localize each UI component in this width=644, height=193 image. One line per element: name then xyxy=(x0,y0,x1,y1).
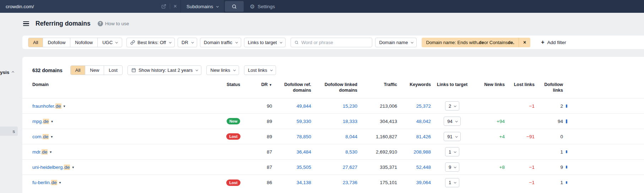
calendar-icon xyxy=(131,68,136,73)
tab-status-all[interactable]: All xyxy=(71,66,85,75)
search-submit-button[interactable] xyxy=(225,1,244,12)
links-to-target-cell: 1 xyxy=(431,147,473,156)
dofollow-ref-domains-link[interactable]: 49,844 xyxy=(272,103,311,109)
domain-expand-icon[interactable]: ▾ xyxy=(51,135,53,139)
settings-button[interactable]: ⚙ Settings xyxy=(250,0,275,13)
domain-expand-icon[interactable]: ▾ xyxy=(72,165,74,169)
column-header-links-to-target[interactable]: Links to target xyxy=(431,82,473,88)
keywords-link[interactable]: 48,042 xyxy=(397,119,431,124)
column-header-dofollow-links[interactable]: Dofollow links xyxy=(535,82,563,93)
open-external-icon[interactable] xyxy=(158,4,170,9)
links-to-target-cell: 2 xyxy=(431,101,473,111)
column-header-keywords[interactable]: Keywords xyxy=(397,82,431,88)
dr-cell: 89 xyxy=(249,119,272,124)
column-header-domain[interactable]: Domain xyxy=(32,82,217,88)
domain-expand-icon[interactable]: ▾ xyxy=(51,119,53,123)
site-explorer-topbar: crowdin.com/ × Subdomains ⚙ Settings xyxy=(0,0,644,13)
links-to-target-filter-dropdown[interactable]: Links to target xyxy=(244,38,286,47)
domain-cell: fraunhofer.de ▾ xyxy=(32,103,217,109)
dr-filter-dropdown[interactable]: DR xyxy=(178,38,197,47)
how-to-use-link[interactable]: ? How to use xyxy=(98,21,129,26)
links-to-target-select[interactable]: 94 xyxy=(444,117,460,126)
domain-cell: uni-heidelberg.de ▾ xyxy=(32,165,217,170)
domain-link[interactable]: uni-heidelberg.de xyxy=(32,165,70,170)
links-to-target-cell: 1 xyxy=(431,178,473,187)
keywords-link[interactable]: 25,372 xyxy=(397,103,431,109)
domain-expand-icon[interactable]: ▾ xyxy=(64,104,65,108)
tab-ugc[interactable]: UGC xyxy=(98,38,122,47)
domain-link[interactable]: fraunhofer.de xyxy=(32,103,61,109)
links-to-target-select[interactable]: 91 xyxy=(444,132,460,141)
new-links-cell: +94 xyxy=(473,119,505,124)
dofollow-linked-domains-link[interactable]: 23,736 xyxy=(311,180,357,185)
keywords-link[interactable]: 208,988 xyxy=(397,149,431,155)
column-header-new-links[interactable]: New links xyxy=(473,82,505,88)
new-links-cell: +4 xyxy=(473,134,505,139)
dofollow-linked-domains-link[interactable]: 8,044 xyxy=(311,134,357,139)
column-header-dr[interactable]: DR ▼ xyxy=(249,82,272,88)
domain-name-filter-dropdown[interactable]: Domain name xyxy=(375,38,417,47)
dofollow-links-cell: 9 xyxy=(535,165,563,170)
dofollow-linked-domains-link[interactable]: 18,333 xyxy=(311,119,357,124)
dofollow-links-cell: 2 xyxy=(535,103,563,109)
dofollow-linked-domains-link[interactable]: 27,627 xyxy=(311,165,357,170)
lost-links-dropdown[interactable]: Lost links xyxy=(244,65,276,75)
dofollow-linked-domains-link[interactable]: 8,530 xyxy=(311,149,357,155)
domain-expand-icon[interactable]: ▾ xyxy=(59,181,61,184)
dofollow-ref-domains-link[interactable]: 78,850 xyxy=(272,134,311,139)
show-history-dropdown[interactable]: Show history: Last 2 years xyxy=(128,65,201,75)
target-mode-dropdown[interactable]: Subdomains xyxy=(180,0,224,13)
column-header-traffic[interactable]: Traffic xyxy=(357,82,397,88)
dofollow-links-bar xyxy=(566,181,567,184)
status-badge: Lost xyxy=(226,133,240,140)
domain-traffic-filter-dropdown[interactable]: Domain traffic xyxy=(200,38,241,47)
target-url-input[interactable]: crowdin.com/ xyxy=(0,4,158,9)
sidebar-item-fragment[interactable]: s xyxy=(0,127,18,136)
dofollow-links-bar xyxy=(566,119,567,123)
column-header-dofollow-linked[interactable]: Dofollow linked domains xyxy=(311,82,357,93)
column-header-dofollow-ref[interactable]: Dofollow ref. domains xyxy=(272,82,311,93)
table-row: fraunhofer.de ▾ 90 49,844 15,230 213,006… xyxy=(22,98,644,114)
links-to-target-select[interactable]: 1 xyxy=(445,178,459,187)
domain-link[interactable]: mpg.de xyxy=(32,119,49,124)
dofollow-links-bar xyxy=(566,166,567,168)
dofollow-ref-domains-link[interactable]: 36,484 xyxy=(272,149,311,155)
column-header-status[interactable]: Status xyxy=(217,82,249,88)
domain-link[interactable]: mdr.de xyxy=(32,149,48,155)
links-to-target-select[interactable]: 9 xyxy=(445,162,459,172)
tab-status-new[interactable]: New xyxy=(85,66,104,75)
tab-nofollow[interactable]: Nofollow xyxy=(70,38,98,47)
menu-icon[interactable] xyxy=(22,20,30,27)
new-links-dropdown[interactable]: New links xyxy=(206,65,239,75)
dofollow-linked-domains-link[interactable]: 15,230 xyxy=(311,103,357,109)
keywords-link[interactable]: 52,448 xyxy=(397,165,431,170)
keywords-link[interactable]: 81,426 xyxy=(397,134,431,139)
domain-cell: mpg.de ▾ xyxy=(32,119,217,124)
links-to-target-select[interactable]: 1 xyxy=(445,147,459,156)
status-cell: Lost xyxy=(217,179,249,186)
best-links-button[interactable]: Best links: Off xyxy=(126,38,175,47)
add-filter-label: Add filter xyxy=(547,40,566,45)
active-filter-text: Domain name: Ends with .de or Contains d… xyxy=(422,38,519,47)
add-filter-button[interactable]: + Add filter xyxy=(541,39,566,45)
domain-link[interactable]: fu-berlin.de xyxy=(32,180,57,185)
domain-expand-icon[interactable]: ▾ xyxy=(50,150,52,154)
remove-filter-icon[interactable]: × xyxy=(519,38,530,47)
chevron-down-icon xyxy=(169,41,172,43)
links-to-target-select[interactable]: 2 xyxy=(445,101,459,111)
clear-url-icon[interactable]: × xyxy=(170,3,180,10)
dofollow-ref-domains-link[interactable]: 35,505 xyxy=(272,165,311,170)
chevron-down-icon xyxy=(280,41,282,43)
domain-link[interactable]: com.de xyxy=(32,134,49,139)
chevron-down-icon xyxy=(196,69,198,71)
dofollow-ref-domains-link[interactable]: 34,138 xyxy=(272,180,311,185)
status-cell: New xyxy=(217,118,249,124)
column-header-lost-links[interactable]: Lost links xyxy=(505,82,535,88)
tab-status-lost[interactable]: Lost xyxy=(104,66,122,75)
tab-dofollow[interactable]: Dofollow xyxy=(43,38,70,47)
keywords-link[interactable]: 39,064 xyxy=(397,180,431,185)
word-search-input[interactable] xyxy=(301,40,368,45)
dofollow-ref-domains-link[interactable]: 59,330 xyxy=(272,119,311,124)
tab-all-links[interactable]: All xyxy=(28,38,43,47)
sidebar-section-fragment[interactable]: ysis xyxy=(0,70,14,75)
